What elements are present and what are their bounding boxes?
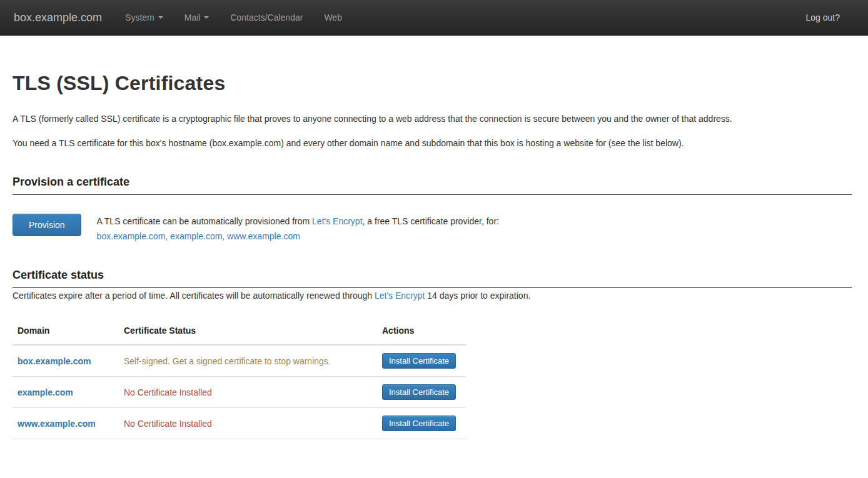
actions-cell: Install Certificate [377, 345, 466, 377]
provision-text-after: , a free TLS certificate provider, for: [363, 216, 499, 226]
status-cell: Self-signed. Get a signed certificate to… [119, 345, 377, 377]
install-certificate-button[interactable]: Install Certificate [382, 353, 456, 369]
table-row: www.example.com No Certificate Installed… [13, 408, 466, 439]
provision-row: Provision A TLS certificate can be autom… [13, 214, 852, 244]
intro-paragraph-1: A TLS (formerly called SSL) certificate … [13, 111, 852, 126]
status-cell: No Certificate Installed [119, 408, 377, 439]
lets-encrypt-link[interactable]: Let's Encrypt [375, 291, 425, 301]
navbar-right: Log out? [795, 1, 851, 34]
intro-paragraph-2: You need a TLS certificate for this box'… [13, 136, 852, 151]
nav-item-label: Web [324, 12, 342, 22]
domain-cell: www.example.com [13, 408, 119, 439]
nav-item-mail[interactable]: Mail [174, 1, 220, 34]
provision-section-heading: Provision a certificate [13, 176, 852, 195]
domain-cell: example.com [13, 377, 119, 408]
status-section-heading: Certificate status [13, 269, 852, 288]
page-title: TLS (SSL) Certificates [13, 72, 852, 95]
actions-cell: Install Certificate [377, 377, 466, 408]
provision-domain-links[interactable]: box.example.com, example.com, www.exampl… [97, 231, 300, 241]
nav-item-web[interactable]: Web [313, 1, 353, 34]
main-content: TLS (SSL) Certificates A TLS (formerly c… [0, 72, 868, 439]
provision-button[interactable]: Provision [13, 214, 81, 236]
nav-item-label: System [125, 12, 154, 22]
domain-cell: box.example.com [13, 345, 119, 377]
chevron-down-icon [158, 16, 163, 19]
top-navbar: box.example.com System Mail Contacts/Cal… [0, 0, 868, 36]
column-header-domain: Domain [13, 319, 119, 345]
column-header-actions: Actions [377, 319, 466, 345]
table-row: box.example.com Self-signed. Get a signe… [13, 345, 466, 377]
status-cell: No Certificate Installed [119, 377, 377, 408]
navbar-brand[interactable]: box.example.com [14, 11, 102, 24]
certificate-table: Domain Certificate Status Actions box.ex… [13, 319, 466, 439]
certificate-table-head: Domain Certificate Status Actions [13, 319, 466, 345]
nav-item-label: Contacts/Calendar [230, 12, 303, 22]
install-certificate-button[interactable]: Install Certificate [382, 416, 456, 431]
status-text-before: Certificates expire after a period of ti… [13, 291, 375, 301]
domain-link[interactable]: www.example.com [18, 419, 96, 429]
nav-item-label: Mail [184, 12, 201, 22]
provision-text-before: A TLS certificate can be automatically p… [97, 216, 312, 226]
lets-encrypt-link[interactable]: Let's Encrypt [312, 216, 363, 226]
actions-cell: Install Certificate [377, 408, 466, 439]
nav-item-contacts-calendar[interactable]: Contacts/Calendar [220, 1, 313, 34]
domain-link[interactable]: box.example.com [18, 356, 91, 366]
install-certificate-button[interactable]: Install Certificate [382, 384, 456, 400]
logout-link[interactable]: Log out? [795, 1, 851, 34]
certificate-table-body: box.example.com Self-signed. Get a signe… [13, 345, 466, 439]
nav-item-system[interactable]: System [114, 1, 174, 34]
provision-description: A TLS certificate can be automatically p… [97, 214, 499, 244]
status-intro-paragraph: Certificates expire after a period of ti… [13, 288, 852, 303]
table-row: example.com No Certificate Installed Ins… [13, 377, 466, 408]
domain-link[interactable]: example.com [18, 387, 73, 397]
navbar-menu: System Mail Contacts/Calendar Web [114, 1, 353, 34]
column-header-status: Certificate Status [119, 319, 377, 345]
table-header-row: Domain Certificate Status Actions [13, 319, 466, 345]
chevron-down-icon [204, 16, 209, 19]
status-text-after: 14 days prior to expiration. [425, 291, 530, 301]
